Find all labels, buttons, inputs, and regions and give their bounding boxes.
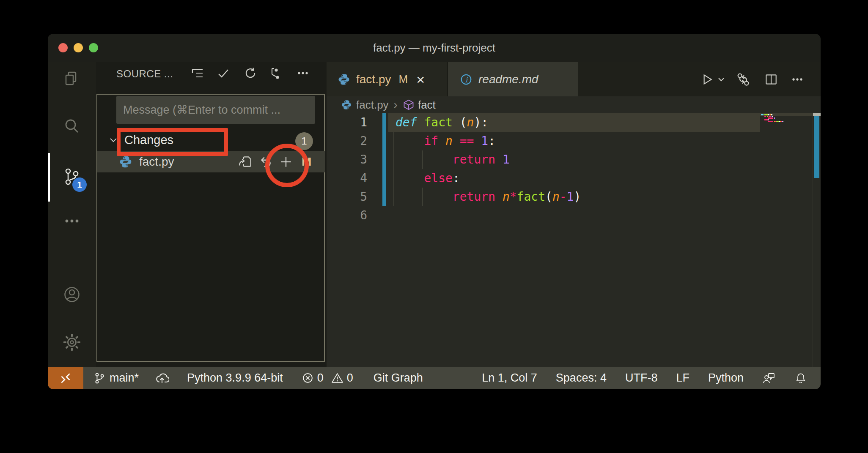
tab-modified-indicator: M (398, 73, 408, 86)
open-file-icon[interactable] (238, 155, 253, 169)
compare-changes-icon[interactable] (735, 71, 751, 87)
eol-status[interactable]: LF (676, 371, 689, 385)
tab-label: fact.py (356, 73, 391, 86)
line-number: 2 (327, 132, 367, 150)
language-mode-status[interactable]: Python (708, 371, 744, 385)
source-control-icon[interactable] (48, 166, 96, 188)
code-line: else: (396, 169, 460, 188)
feedback-icon[interactable] (762, 371, 776, 385)
run-file-icon[interactable] (699, 71, 715, 87)
window-title: fact.py — my-first-project (48, 34, 821, 62)
problems-status[interactable]: 0 0 (302, 371, 353, 385)
settings-gear-icon[interactable] (48, 331, 96, 353)
python-file-icon (341, 99, 352, 110)
encoding-status[interactable]: UTF-8 (625, 371, 658, 385)
changed-file-name: fact.py (139, 155, 174, 169)
info-file-icon: i (460, 73, 472, 86)
minimap-token (769, 116, 770, 117)
editor-more-actions-icon[interactable] (789, 71, 805, 87)
remote-indicator[interactable] (48, 367, 83, 389)
activity-bar: 1 (48, 62, 96, 367)
branch-name: main* (110, 371, 139, 385)
tab-readme-md[interactable]: i readme.md (448, 62, 578, 96)
tab-label: readme.md (478, 73, 538, 86)
minimap-token (783, 121, 783, 122)
tab-close-icon[interactable]: × (416, 72, 425, 87)
warning-count: 0 (347, 371, 353, 385)
vscode-window: fact.py — my-first-project 1 (48, 34, 821, 389)
overview-ruler-cursor-mark (813, 113, 821, 116)
scrollbar-divider (813, 113, 813, 367)
git-graph-header-icon[interactable] (266, 65, 282, 81)
line-number: 3 (327, 150, 367, 169)
line-number: 6 (327, 206, 367, 225)
error-count: 0 (317, 371, 324, 385)
minimap-token (768, 117, 773, 119)
minimap-token (772, 116, 773, 117)
annotation-circle-stage-button (265, 144, 309, 187)
explorer-icon[interactable] (48, 68, 96, 90)
minimap-token (767, 116, 768, 117)
minimap-token (771, 114, 772, 115)
interpreter-label: Python 3.9.9 64-bit (187, 371, 283, 385)
minimap-token (776, 121, 779, 122)
code-line: def fact (n): (396, 113, 488, 132)
svg-text:i: i (465, 75, 468, 84)
indentation-status[interactable]: Spaces: 4 (556, 371, 607, 385)
minimap[interactable] (761, 113, 812, 139)
minimap-token (768, 119, 769, 120)
run-dropdown-chevron-icon[interactable] (716, 71, 727, 87)
account-icon[interactable] (48, 284, 96, 306)
sync-changes-cloud-icon[interactable] (155, 372, 169, 385)
gutter-modified-indicator (382, 113, 386, 206)
minimap-token (764, 119, 768, 120)
more-views-icon[interactable] (48, 210, 96, 232)
commit-message-input[interactable] (116, 96, 315, 124)
minimap-token (774, 117, 775, 119)
source-control-sidebar: SOURCE ... (96, 62, 327, 367)
line-number: 5 (327, 188, 367, 206)
indent-guide (393, 132, 394, 206)
editor-group: fact.py M × i readme.md (327, 62, 821, 367)
python-interpreter-status[interactable]: Python 3.9.9 64-bit (187, 371, 283, 385)
python-file-icon (338, 73, 350, 86)
minimap-token (764, 114, 768, 115)
commit-check-icon[interactable] (216, 65, 231, 81)
breadcrumb-symbol[interactable]: fact (418, 98, 436, 112)
notifications-bell-icon[interactable] (794, 372, 807, 385)
search-icon[interactable] (48, 116, 96, 138)
code-line: return 1 (396, 150, 510, 169)
source-control-badge: 1 (72, 177, 87, 192)
minimap-token (764, 116, 766, 117)
annotation-rectangle-changes (117, 128, 228, 156)
python-file-icon (119, 155, 132, 169)
more-actions-icon[interactable] (295, 65, 310, 81)
sidebar-title: SOURCE ... (116, 66, 173, 82)
git-branch-status[interactable]: main* (93, 371, 139, 385)
code-line: return n*fact(n-1) (396, 188, 581, 206)
split-editor-icon[interactable] (763, 71, 779, 87)
minimap-token (761, 114, 764, 115)
git-graph-label: Git Graph (374, 371, 423, 385)
git-graph-status[interactable]: Git Graph (374, 371, 423, 385)
view-as-tree-icon[interactable] (190, 65, 205, 81)
code-editor[interactable]: 123456 def fact (n): if n == 1: return 1… (327, 113, 821, 367)
code-line: if n == 1: (396, 132, 495, 150)
status-bar: main* Python 3.9.9 64-bit 0 0 Git Graph (48, 367, 821, 389)
breadcrumb-file[interactable]: fact.py (356, 98, 389, 112)
title-bar: fact.py — my-first-project (48, 34, 821, 62)
minimap-token (768, 121, 773, 122)
refresh-icon[interactable] (243, 65, 258, 81)
line-number: 1 (327, 113, 367, 132)
overview-ruler-modified-bar[interactable] (814, 115, 819, 178)
tab-bar: fact.py M × i readme.md (327, 62, 821, 96)
symbol-class-cube-icon (403, 99, 415, 111)
cursor-position-status[interactable]: Ln 1, Col 7 (482, 371, 537, 385)
breadcrumb-separator: › (394, 98, 398, 112)
line-number: 4 (327, 169, 367, 188)
breadcrumb[interactable]: fact.py › fact (327, 96, 821, 113)
tab-fact-py[interactable]: fact.py M × (327, 62, 448, 96)
